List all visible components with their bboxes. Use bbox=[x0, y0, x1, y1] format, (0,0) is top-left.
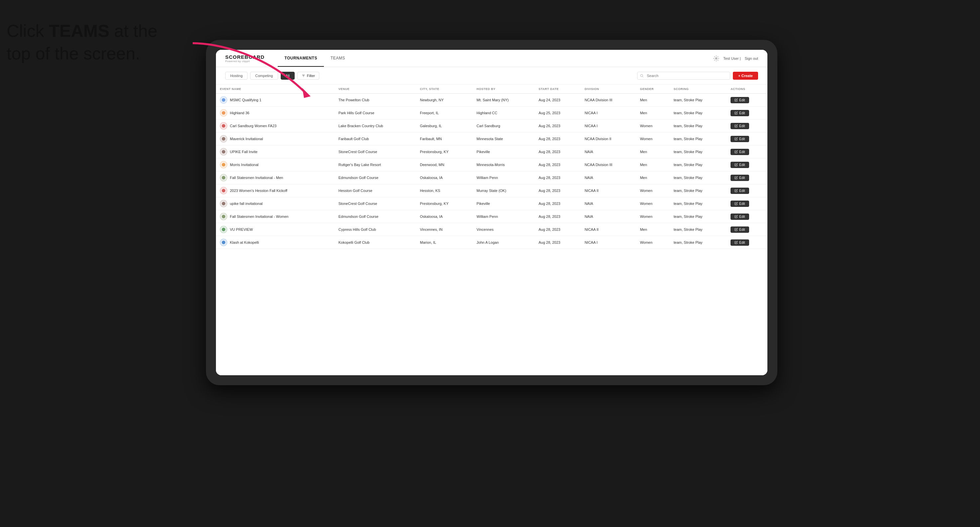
col-scoring: SCORING bbox=[670, 85, 727, 94]
edit-icon bbox=[735, 215, 738, 218]
filter-icon bbox=[302, 74, 305, 78]
edit-button[interactable]: Edit bbox=[730, 227, 749, 233]
cell-venue: Edmundson Golf Course bbox=[334, 171, 416, 184]
event-name-text: Fall Statesmen Invitational - Men bbox=[230, 176, 283, 179]
cell-gender: Women bbox=[636, 210, 670, 223]
event-icon bbox=[220, 161, 227, 168]
cell-division: NICAA I bbox=[581, 106, 636, 119]
edit-button[interactable]: Edit bbox=[730, 175, 749, 181]
cell-division: NAIA bbox=[581, 210, 636, 223]
col-division: DIVISION bbox=[581, 85, 636, 94]
cell-event-name: UPIKE Fall Invite bbox=[216, 146, 334, 159]
content-area: EVENT NAME VENUE CITY, STATE HOSTED BY S… bbox=[216, 85, 767, 375]
svg-point-9 bbox=[222, 124, 226, 128]
col-actions: ACTIONS bbox=[727, 85, 767, 94]
create-button[interactable]: + Create bbox=[733, 72, 758, 80]
all-filter-btn[interactable]: All bbox=[281, 72, 295, 80]
edit-button[interactable]: Edit bbox=[730, 97, 749, 103]
cell-city-state: Vincennes, IN bbox=[416, 223, 473, 236]
svg-point-11 bbox=[222, 150, 226, 154]
svg-point-12 bbox=[222, 163, 226, 167]
cell-scoring: team, Stroke Play bbox=[670, 119, 727, 132]
cell-scoring: team, Stroke Play bbox=[670, 184, 727, 197]
cell-gender: Women bbox=[636, 119, 670, 132]
hosting-filter-btn[interactable]: Hosting bbox=[225, 72, 248, 80]
svg-point-15 bbox=[222, 202, 226, 206]
edit-button[interactable]: Edit bbox=[730, 214, 749, 220]
table-row: MSMC Qualifying 1 The Powelton Club Newb… bbox=[216, 94, 767, 106]
cell-division: NCAA Division III bbox=[581, 94, 636, 106]
edit-button[interactable]: Edit bbox=[730, 110, 749, 116]
tournament-icon bbox=[221, 214, 226, 219]
cell-venue: Ruttger's Bay Lake Resort bbox=[334, 159, 416, 171]
user-label: Test User | bbox=[723, 56, 740, 60]
cell-venue: Kokopelli Golf Club bbox=[334, 236, 416, 249]
cell-event-name: MSMC Qualifying 1 bbox=[216, 94, 334, 106]
cell-city-state: Prestonsburg, KY bbox=[416, 197, 473, 210]
tournament-icon bbox=[221, 137, 226, 141]
edit-button[interactable]: Edit bbox=[730, 162, 749, 168]
cell-start-date: Aug 28, 2023 bbox=[535, 210, 581, 223]
cell-division: NICAA I bbox=[581, 119, 636, 132]
event-name-text: Klash at Kokopelli bbox=[230, 240, 259, 244]
col-hosted-by: HOSTED BY bbox=[473, 85, 535, 94]
edit-button[interactable]: Edit bbox=[730, 136, 749, 142]
competing-filter-btn[interactable]: Competing bbox=[250, 72, 278, 80]
cell-city-state: Oskaloosa, IA bbox=[416, 171, 473, 184]
event-icon bbox=[220, 148, 227, 156]
cell-actions: Edit bbox=[727, 119, 767, 132]
cell-hosted-by: Murray State (OK) bbox=[473, 184, 535, 197]
sign-out-link[interactable]: Sign out bbox=[745, 56, 758, 60]
cell-hosted-by: William Penn bbox=[473, 210, 535, 223]
svg-point-1 bbox=[716, 57, 717, 59]
cell-scoring: team, Stroke Play bbox=[670, 132, 727, 146]
tournament-icon bbox=[221, 188, 226, 193]
edit-button[interactable]: Edit bbox=[730, 240, 749, 246]
cell-start-date: Aug 28, 2023 bbox=[535, 159, 581, 171]
edit-button[interactable]: Edit bbox=[730, 187, 749, 194]
cell-actions: Edit bbox=[727, 223, 767, 236]
cell-division: NCAA Division II bbox=[581, 132, 636, 146]
settings-icon[interactable] bbox=[713, 56, 719, 62]
event-icon bbox=[220, 174, 227, 181]
instruction-text: Click TEAMS at thetop of the screen. bbox=[6, 20, 158, 65]
cell-city-state: Newburgh, NY bbox=[416, 94, 473, 106]
cell-start-date: Aug 28, 2023 bbox=[535, 236, 581, 249]
cell-city-state: Deerwood, MN bbox=[416, 159, 473, 171]
instruction-line2: at the bbox=[109, 21, 158, 41]
col-venue: VENUE bbox=[334, 85, 416, 94]
edit-button[interactable]: Edit bbox=[730, 201, 749, 207]
cell-start-date: Aug 28, 2023 bbox=[535, 171, 581, 184]
instruction-line3: top of the screen. bbox=[6, 44, 140, 63]
tab-tournaments[interactable]: TOURNAMENTS bbox=[278, 50, 324, 67]
cell-city-state: Prestonsburg, KY bbox=[416, 146, 473, 159]
edit-button[interactable]: Edit bbox=[730, 149, 749, 155]
cell-city-state: Marion, IL bbox=[416, 236, 473, 249]
cell-start-date: Aug 28, 2023 bbox=[535, 223, 581, 236]
edit-icon bbox=[735, 176, 738, 179]
svg-line-6 bbox=[643, 76, 643, 77]
table-row: Klash at Kokopelli Kokopelli Golf Club M… bbox=[216, 236, 767, 249]
tab-teams[interactable]: TEAMS bbox=[324, 50, 352, 67]
cell-event-name: Fall Statesmen Invitational - Women bbox=[216, 210, 334, 223]
filter-btn-label: Filter bbox=[307, 74, 315, 78]
cell-hosted-by: Mt. Saint Mary (NY) bbox=[473, 94, 535, 106]
cell-start-date: Aug 26, 2023 bbox=[535, 119, 581, 132]
cell-venue: The Powelton Club bbox=[334, 94, 416, 106]
cell-scoring: team, Stroke Play bbox=[670, 236, 727, 249]
tournament-icon bbox=[221, 149, 226, 154]
edit-button[interactable]: Edit bbox=[730, 123, 749, 129]
cell-gender: Men bbox=[636, 106, 670, 119]
tournament-icon bbox=[221, 124, 226, 128]
filter-icon-btn[interactable]: Filter bbox=[298, 72, 319, 80]
cell-hosted-by: Minnesota State bbox=[473, 132, 535, 146]
cell-start-date: Aug 25, 2023 bbox=[535, 106, 581, 119]
cell-actions: Edit bbox=[727, 94, 767, 106]
table-row: upike fall invitational StoneCrest Golf … bbox=[216, 197, 767, 210]
tournament-icon bbox=[221, 162, 226, 167]
search-input[interactable] bbox=[637, 72, 730, 80]
cell-hosted-by: John A Logan bbox=[473, 236, 535, 249]
event-name-text: Fall Statesmen Invitational - Women bbox=[230, 214, 288, 219]
cell-actions: Edit bbox=[727, 146, 767, 159]
cell-gender: Men bbox=[636, 146, 670, 159]
